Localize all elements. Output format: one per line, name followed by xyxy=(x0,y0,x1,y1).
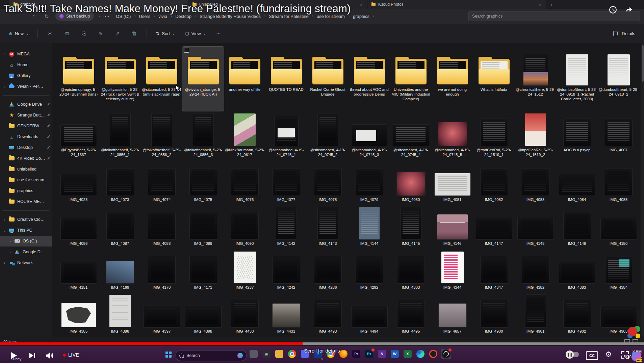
file-tile-img-4082[interactable]: IMG_4082 xyxy=(473,161,515,205)
chevron-down-icon[interactable]: ⌄ xyxy=(320,355,324,361)
file-tile-img-4237[interactable]: IMG_4237 xyxy=(224,249,265,293)
file-tile-img-4382[interactable]: IMG_4382 xyxy=(515,249,556,293)
file-tile-folkoftheshelf-5-29-24-0856-1[interactable]: @folkoftheshelf, 5-29-24_0856_1 xyxy=(99,111,141,161)
sidebar-item-graphics[interactable]: graphics xyxy=(0,185,52,196)
file-tile-img-4431[interactable]: IMG_4431 xyxy=(265,293,307,337)
file-tile-img-4151[interactable]: IMG_4151 xyxy=(58,249,99,293)
file-tile-dumbsoftheart-5-28-24-0918-1-rachel-corrie-letter-2003[interactable]: @dumbsoftheart, 5-28-24_0918_1 (Rachel C… xyxy=(556,47,598,111)
sidebar-item-google-drive-g[interactable]: ›Google Drive (G:) xyxy=(0,247,52,257)
file-tile-img-4150[interactable]: IMG_4150 xyxy=(598,205,639,249)
file-tile-img-4145[interactable]: IMG_4145 xyxy=(390,205,432,249)
scrollbar[interactable] xyxy=(641,43,644,337)
file-tile-img-4384[interactable]: IMG_4384 xyxy=(598,249,639,293)
channel-watermark-logo[interactable] xyxy=(625,324,642,340)
folder-tile-quotes-to-read[interactable]: QUOTES TO READ xyxy=(265,47,307,111)
file-tile-sitcomabed-4-19-24-0745-1[interactable]: @sitcomabed, 4-19-24_0745_1 xyxy=(265,111,307,161)
file-tile-sitcomabed-4-19-24-0745-2[interactable]: @sitcomabed, 4-19-24_0745_2 xyxy=(307,111,349,161)
sidebar-item-network[interactable]: ›Network xyxy=(0,257,52,268)
file-tile-img-4007[interactable]: IMG_4007 xyxy=(598,111,639,161)
file-tile-img-4080[interactable]: IMG_4080 xyxy=(390,161,432,205)
sidebar-item-creative-cloud-files[interactable]: ›Creative Cloud Files xyxy=(0,214,52,225)
file-tile-img-4148[interactable]: IMG_4148 xyxy=(515,205,556,249)
file-tile-img-4902[interactable]: IMG_4902 xyxy=(556,293,598,337)
cut-icon[interactable]: ✂ xyxy=(43,28,57,39)
file-tile-img-4077[interactable]: IMG_4077 xyxy=(265,161,307,205)
sidebar-item-home[interactable]: ⌂Home xyxy=(0,59,52,70)
watch-later-button[interactable] xyxy=(607,4,619,16)
file-tile-img-4657[interactable]: IMG_4657 xyxy=(432,293,473,337)
folder-tile-epistemophagy-5-28-24-bushnell-trans[interactable]: @epistemophagy, 5-28-24 (Bushnell trans) xyxy=(58,47,99,111)
file-tile-img-4078[interactable]: IMG_4078 xyxy=(307,161,349,205)
sidebar-item-downloads[interactable]: ↓Downloads xyxy=(0,131,52,142)
file-tile-img-4286[interactable]: IMG_4286 xyxy=(307,249,349,293)
copy-icon[interactable]: ⧉ xyxy=(60,28,74,39)
folder-tile-vivvian-strange-5-29-24-fuck-ai[interactable]: @vivvian_strange, 5-29-24 (fUCK AI) xyxy=(182,47,224,111)
paste-icon[interactable]: ⎘ xyxy=(77,28,91,39)
sidebar-item-os-c[interactable]: ›OS (C:) xyxy=(0,236,52,247)
file-tile-img-4430[interactable]: IMG_4430 xyxy=(224,293,265,337)
close-icon[interactable]: × xyxy=(538,2,542,7)
file-tile-img-4900[interactable]: IMG_4900 xyxy=(473,293,515,337)
sidebar-item-mega[interactable]: ›MMEGA xyxy=(0,49,52,59)
file-tile-img-4347[interactable]: IMG_4347 xyxy=(473,249,515,293)
file-tile-img-4143[interactable]: IMG_4143 xyxy=(307,205,349,249)
file-tile-img-4079[interactable]: IMG_4079 xyxy=(349,161,390,205)
scrollbar-thumb[interactable] xyxy=(642,45,644,82)
file-tile-img-4089[interactable]: IMG_4089 xyxy=(182,205,224,249)
file-tile-img-4170[interactable]: IMG_4170 xyxy=(141,249,182,293)
chevron-right-icon[interactable]: › xyxy=(8,250,12,254)
chevron-right-icon[interactable]: › xyxy=(3,261,6,265)
delete-icon[interactable]: 🗑 xyxy=(128,28,141,39)
file-tile-img-4171[interactable]: IMG_4171 xyxy=(182,249,224,293)
file-tile-img-4147[interactable]: IMG_4147 xyxy=(473,205,515,249)
tab-icloud-photos[interactable]: iCloud Photos× xyxy=(367,0,546,9)
folder-tile-another-way-of-life[interactable]: another way of life xyxy=(224,47,265,111)
file-tile-img-4495[interactable]: IMG_4495 xyxy=(390,293,432,337)
file-tile-img-4087[interactable]: IMG_4087 xyxy=(99,205,141,249)
file-tile-ttpdceorai-5-29-24-1519-2[interactable]: @ttpdCeoRai, 5-29-24_1519_2 xyxy=(515,111,556,161)
file-tile-aoc-is-a-psyop[interactable]: AOC is a psyop xyxy=(556,111,598,161)
autoplay-toggle[interactable]: ❚❚ xyxy=(566,352,579,357)
folder-tile-rachel-corrie-ghost-brigade[interactable]: Rachel Corrie Ghost Brigade xyxy=(307,47,349,111)
file-tile-img-4242[interactable]: IMG_4242 xyxy=(265,249,307,293)
file-tile-img-4385[interactable]: IMG_4385 xyxy=(58,293,99,337)
file-tile-img-4398[interactable]: IMG_4398 xyxy=(182,293,224,337)
file-tile-img-4090[interactable]: IMG_4090 xyxy=(224,205,265,249)
chevron-right-icon[interactable]: › xyxy=(3,52,6,56)
share-icon[interactable]: ↗ xyxy=(111,28,124,39)
folder-tile-universities-and-the-mic-military-industrial-complex[interactable]: Universities and the MIC (Military Indus… xyxy=(390,47,432,111)
chevron-down-icon[interactable]: ⌄ xyxy=(3,228,6,233)
file-tile-img-4386[interactable]: IMG_4386 xyxy=(99,293,141,337)
folder-tile-sitcomabed-5-28-24-anti-slacktivism-rage[interactable]: @sitcomabed, 5-28-24 (anti-slacktivism r… xyxy=(141,47,182,111)
file-tile-img-4076[interactable]: IMG_4076 xyxy=(224,161,265,205)
new-tab-button[interactable]: + xyxy=(550,2,553,7)
folder-tile-thread-about-aoc-and-progressive-dems[interactable]: thread about AOC and progressive Dems xyxy=(349,47,390,111)
file-tile-img-4086[interactable]: IMG_4086 xyxy=(58,205,99,249)
sidebar-item-use-for-stream[interactable]: use for stream xyxy=(0,175,52,185)
settings-gear-icon[interactable]: ⚙ xyxy=(605,350,612,359)
view-button[interactable]: ▢ View ⌄ xyxy=(182,29,209,38)
sidebar-item-this-pc[interactable]: ⌄This PC xyxy=(0,225,52,236)
rename-icon[interactable]: ✎ xyxy=(94,28,107,39)
sort-button[interactable]: ⇅ Sort ⌄ xyxy=(152,29,178,38)
file-tile-chronicalihere-5-29-24-1512[interactable]: @chronicalihere, 5-29-24_1512 xyxy=(515,47,556,111)
file-tile-img-4088[interactable]: IMG_4088 xyxy=(141,205,182,249)
file-tile-img-4169[interactable]: IMG_4169 xyxy=(99,249,141,293)
more-options-button[interactable]: ⋯ xyxy=(213,29,224,38)
sidebar-item-genderweird[interactable]: GENDERWEIRD xyxy=(0,121,52,131)
file-tile-img-4084[interactable]: IMG_4084 xyxy=(556,161,598,205)
file-tile-img-4344[interactable]: IMG_4344 xyxy=(432,249,473,293)
share-button[interactable] xyxy=(623,4,635,16)
file-tile-egyptsbeer-5-28-24-1637[interactable]: @EgyptsBeer, 5-28-24_1637 xyxy=(58,111,99,161)
file-tile-img-4397[interactable]: IMG_4397 xyxy=(141,293,182,337)
file-tile-img-4901[interactable]: IMG_4901 xyxy=(515,293,556,337)
file-tile-img-4494[interactable]: IMG_4494 xyxy=(349,293,390,337)
file-tile-img-4028[interactable]: IMG_4028 xyxy=(58,161,99,205)
file-tile-img-4074[interactable]: IMG_4074 xyxy=(141,161,182,205)
file-tile-img-4149[interactable]: IMG_4149 xyxy=(556,205,598,249)
file-tile-img-4292[interactable]: IMG_4292 xyxy=(349,249,390,293)
file-tile-img-4085[interactable]: IMG_4085 xyxy=(598,161,639,205)
folder-tile-we-are-not-doing-enough[interactable]: we are not doing enough xyxy=(432,47,473,111)
file-tile-sitcomabed-4-19-24-0745-4[interactable]: @sitcomabed, 4-19-24_0745_4 xyxy=(390,111,432,161)
file-tile-sitcomabed-4-19-24-0745-3[interactable]: @sitcomabed, 4-19-24_0745_3 xyxy=(349,111,390,161)
